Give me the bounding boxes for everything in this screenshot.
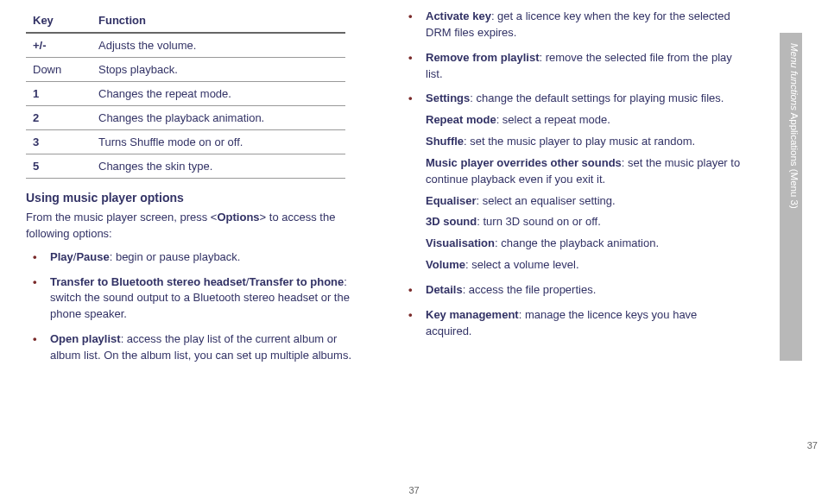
side-tab-text: Menu functions Applications (Menu 3): [789, 43, 800, 209]
list-item: •Key management: manage the licence keys…: [401, 307, 743, 340]
right-column: •Activate key: get a licence key when th…: [401, 9, 743, 349]
bullet-icon: •: [408, 91, 413, 107]
list-item: •Transfer to Bluetooth stereo headset/Tr…: [26, 274, 367, 324]
bullet-icon: •: [33, 249, 37, 266]
sub-item: 3D sound: turn 3D sound on or off.: [426, 214, 743, 230]
left-column: Key Function +/-Adjusts the volume. Down…: [26, 9, 367, 373]
bullet-icon: •: [33, 331, 37, 348]
bullet-icon: •: [408, 282, 413, 299]
section-heading: Using music player options: [26, 191, 367, 205]
options-list-1: •Play/Pause: begin or pause playback. •T…: [26, 249, 367, 364]
list-item: •Remove from playlist: remove the select…: [401, 50, 743, 83]
table-row: 5Changes the skin type.: [26, 154, 345, 179]
header-key: Key: [26, 9, 92, 33]
sub-item: Shuffle: set the music player to play mu…: [426, 134, 743, 150]
bullet-icon: •: [33, 274, 37, 291]
sub-item: Visualisation: change the playback anima…: [426, 236, 743, 252]
bullet-icon: •: [408, 50, 413, 66]
table-row: +/-Adjusts the volume.: [26, 33, 345, 58]
header-function: Function: [92, 9, 345, 33]
table-row: 2Changes the playback animation.: [26, 106, 345, 130]
table-header-row: Key Function: [26, 9, 345, 33]
options-list-2: •Activate key: get a licence key when th…: [401, 9, 743, 340]
table-row: DownStops playback.: [26, 58, 345, 82]
sub-item: Equaliser: select an equaliser setting.: [426, 193, 743, 210]
list-item: •Settings: change the default settings f…: [401, 91, 743, 274]
page-number-bottom: 37: [408, 485, 419, 495]
table-row: 3Turns Shuffle mode on or off.: [26, 130, 345, 154]
intro-text: From the music player screen, press <Opt…: [26, 210, 367, 243]
page-number-side: 37: [807, 440, 818, 450]
list-item: •Details: access the file properties.: [401, 282, 743, 299]
list-item: •Open playlist: access the play list of …: [26, 331, 367, 364]
sub-item: Volume: select a volume level.: [426, 257, 743, 274]
key-function-table: Key Function +/-Adjusts the volume. Down…: [26, 9, 345, 179]
bullet-icon: •: [408, 307, 413, 324]
table-row: 1Changes the repeat mode.: [26, 82, 345, 106]
list-item: •Activate key: get a licence key when th…: [401, 9, 743, 41]
sub-item: Music player overrides other sounds: set…: [426, 155, 743, 188]
sub-item: Repeat mode: select a repeat mode.: [426, 112, 743, 129]
bullet-icon: •: [408, 9, 413, 25]
list-item: •Play/Pause: begin or pause playback.: [26, 249, 367, 266]
